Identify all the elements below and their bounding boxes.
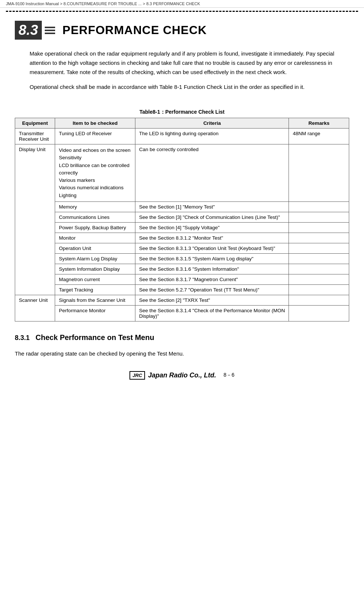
table-section: Table8-1：Performance Check List Equipmen… [0,101,364,329]
breadcrumb: JMA-9100 Instruction Manual > 8.COUNTERM… [0,0,364,8]
item-cell: Video and echoes on the screen Sensitivi… [55,144,135,202]
remarks-cell [289,284,349,295]
subsection-body: The radar operating state can be checked… [0,348,364,360]
col-header-remarks: Remarks [289,118,349,129]
criteria-cell: See the Section 8.3.1.5 "System Alarm Lo… [135,253,289,264]
remarks-cell [289,222,349,233]
table-row: MemorySee the Section [1] "Memory Test" [15,201,349,212]
remarks-cell [289,295,349,305]
page-number: 8－6 [223,372,235,379]
item-cell: Target Tracking [55,284,135,295]
table-row: Scanner UnitSignals from the Scanner Uni… [15,295,349,305]
criteria-cell: See the Section [1] "Memory Test" [135,201,289,212]
criteria-cell: See the Section [4] "Supply Voltage" [135,222,289,233]
section-header: 8.3 PERFORMANCE CHECK [0,12,364,46]
col-header-equipment: Equipment [15,118,55,129]
remarks-cell [289,264,349,274]
criteria-cell: See the Section 5.2.7 "Operation Test (T… [135,284,289,295]
criteria-cell: See the Section 8.3.1.7 "Magnetron Curre… [135,274,289,284]
triple-lines-icon [45,27,55,34]
section-title: PERFORMANCE CHECK [63,23,207,37]
remarks-cell [289,243,349,253]
criteria-cell: The LED is lighting during operation [135,129,289,144]
remarks-cell [289,253,349,264]
remarks-cell [289,274,349,284]
remarks-cell [289,201,349,212]
item-cell: System Alarm Log Display [55,253,135,264]
item-cell: Magnetron current [55,274,135,284]
remarks-cell: 48NM range [289,129,349,144]
table-row: MonitorSee the Section 8.3.1.2 "Monitor … [15,233,349,243]
criteria-cell: See the Section 8.3.1.6 "System Informat… [135,264,289,274]
table-row: Operation UnitSee the Section 8.3.1.3 "O… [15,243,349,253]
item-cell: Monitor [55,233,135,243]
criteria-cell: Can be correctly controlled [135,144,289,202]
table-row: Magnetron currentSee the Section 8.3.1.7… [15,274,349,284]
subsection-title: Check Performance on Test Menu [36,333,154,342]
table-row: Performance MonitorSee the Section 8.3.1… [15,305,349,321]
item-cell: Operation Unit [55,243,135,253]
footer: JRC Japan Radio Co., Ltd. 8－6 [0,364,364,387]
footer-logo: JRC Japan Radio Co., Ltd. [129,371,216,380]
item-cell: Memory [55,201,135,212]
performance-check-table: Equipment Item to be checked Criteria Re… [15,118,349,321]
col-header-item: Item to be checked [55,118,135,129]
criteria-cell: See the Section [2] "TXRX Test" [135,295,289,305]
equipment-cell: Scanner Unit [15,295,55,321]
criteria-cell: See the Section [3] "Check of Communicat… [135,212,289,222]
table-row: System Information DisplaySee the Sectio… [15,264,349,274]
criteria-cell: See the Section 8.3.1.3 "Operation Unit … [135,243,289,253]
paragraph-2: Operational check shall be made in accor… [30,83,334,92]
item-cell: Performance Monitor [55,305,135,321]
remarks-cell [289,212,349,222]
paragraph-1: Make operational check on the radar equi… [30,49,334,77]
logo-text: Japan Radio Co., Ltd. [148,371,216,379]
table-row: System Alarm Log DisplaySee the Section … [15,253,349,264]
remarks-cell [289,233,349,243]
item-cell: Power Supply, Backup Battery [55,222,135,233]
table-row: Target TrackingSee the Section 5.2.7 "Op… [15,284,349,295]
remarks-cell [289,144,349,202]
table-row: Display UnitVideo and echoes on the scre… [15,144,349,202]
table-row: Power Supply, Backup BatterySee the Sect… [15,222,349,233]
table-title: Table8-1：Performance Check List [15,109,349,116]
criteria-cell: See the Section 8.3.1.4 "Check of the Pe… [135,305,289,321]
item-cell: System Information Display [55,264,135,274]
table-row: TransmitterReceiver UnitTuning LED of Re… [15,129,349,144]
subsection-number: 8.3.1 [15,334,30,342]
equipment-cell: Display Unit [15,144,55,295]
item-cell: Tuning LED of Receiver [55,129,135,144]
subsection-8-3-1: 8.3.1 Check Performance on Test Menu [0,329,364,348]
subsection-header: 8.3.1 Check Performance on Test Menu [15,333,349,342]
col-header-criteria: Criteria [135,118,289,129]
remarks-cell [289,305,349,321]
item-cell: Signals from the Scanner Unit [55,295,135,305]
section-number: 8.3 [15,21,42,40]
item-cell: Communications Lines [55,212,135,222]
jrc-label: JRC [129,371,145,380]
equipment-cell: TransmitterReceiver Unit [15,129,55,144]
section-number-box: 8.3 [15,21,55,40]
criteria-cell: See the Section 8.3.1.2 "Monitor Test" [135,233,289,243]
table-row: Communications LinesSee the Section [3] … [15,212,349,222]
body-text: Make operational check on the radar equi… [0,46,364,101]
table-header-row: Equipment Item to be checked Criteria Re… [15,118,349,129]
